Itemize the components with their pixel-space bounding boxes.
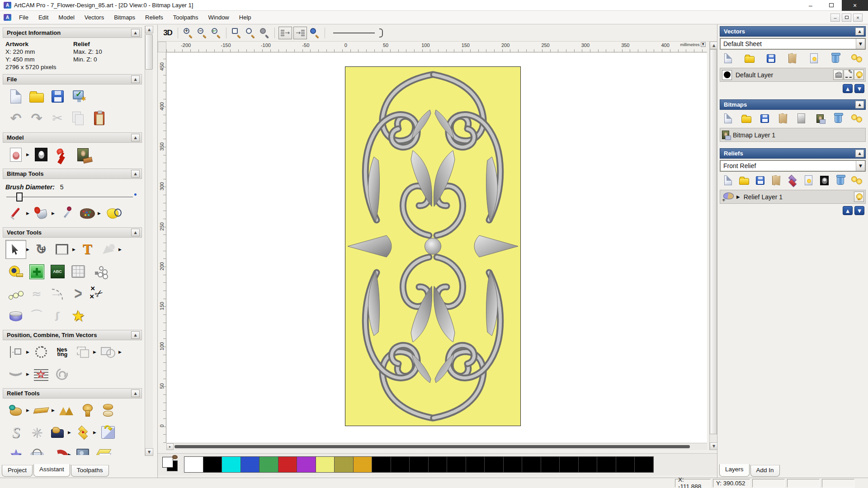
lock-layer-button[interactable] bbox=[833, 70, 843, 80]
greyscale-from-model-button[interactable] bbox=[31, 145, 52, 164]
vector-wizard-button[interactable]: ★ bbox=[68, 306, 89, 325]
combine-relief-button[interactable] bbox=[98, 401, 118, 420]
set-model-size-button[interactable] bbox=[5, 145, 26, 164]
scrollbar-thumb[interactable] bbox=[710, 49, 717, 434]
child-restore-button[interactable] bbox=[842, 14, 851, 22]
tab-project[interactable]: Project bbox=[2, 465, 33, 477]
colour-swatch[interactable] bbox=[297, 456, 316, 473]
colour-swatch[interactable] bbox=[278, 456, 297, 473]
new-vector-layer-button[interactable] bbox=[722, 52, 734, 64]
text-on-curve-button[interactable] bbox=[31, 343, 52, 361]
texture-relief-button[interactable]: ★ bbox=[5, 445, 26, 455]
load-texture-button[interactable] bbox=[72, 145, 93, 164]
greyscale-layer-button[interactable] bbox=[796, 113, 807, 124]
close-button[interactable]: × bbox=[842, 0, 868, 11]
toggle-all-visible-button[interactable] bbox=[802, 174, 814, 186]
bitmap-layer-row[interactable]: Bitmap Layer 1 bbox=[720, 128, 866, 142]
measure-button[interactable] bbox=[98, 240, 118, 259]
units-dropdown-button[interactable]: ▼ bbox=[701, 42, 706, 47]
open-bitmap-layer-button[interactable] bbox=[741, 113, 752, 124]
cut-button[interactable]: ✂ bbox=[47, 109, 68, 128]
create-polygon-button[interactable] bbox=[26, 262, 47, 281]
child-minimize-button[interactable]: – bbox=[830, 14, 840, 22]
scroll-up-arrow[interactable]: ▲ bbox=[145, 26, 153, 33]
vector-texture-button[interactable] bbox=[31, 365, 52, 384]
view-zoom-slider[interactable] bbox=[333, 27, 383, 39]
join-vectors-button[interactable]: ) bbox=[5, 365, 26, 384]
delete-vector-layer-button[interactable] bbox=[830, 52, 841, 64]
flyout-arrow-icon[interactable]: ▶ bbox=[118, 350, 123, 354]
node-editing-button[interactable] bbox=[5, 284, 26, 303]
bend-relief-button[interactable] bbox=[47, 445, 68, 455]
colour-palette-button[interactable] bbox=[77, 204, 98, 223]
tab-add-in[interactable]: Add In bbox=[750, 465, 780, 477]
primary-colour-swatch[interactable] bbox=[162, 457, 173, 468]
vector-library-button[interactable]: ABC bbox=[47, 262, 68, 281]
weld-vectors-button[interactable] bbox=[98, 343, 118, 361]
flyout-arrow-icon[interactable]: ▶ bbox=[26, 247, 31, 252]
redo-button[interactable]: ↷ bbox=[26, 109, 47, 128]
block-copy-button[interactable] bbox=[72, 343, 93, 361]
2d-view-canvas[interactable]: .d { fill:none; stroke:#6f6f6f; stroke-w… bbox=[166, 52, 707, 443]
relief-select[interactable]: Front Relief ▼ bbox=[720, 160, 866, 172]
primary-secondary-colour-widget[interactable] bbox=[161, 456, 180, 473]
flyout-arrow-icon[interactable]: ▶ bbox=[26, 408, 31, 413]
paste-button[interactable] bbox=[89, 109, 109, 128]
menu-help[interactable]: Help bbox=[234, 12, 256, 23]
brush-diameter-slider[interactable] bbox=[6, 192, 133, 202]
merge-vector-layers-button[interactable] bbox=[787, 52, 798, 64]
model-properties-button[interactable] bbox=[68, 87, 89, 106]
menu-window[interactable]: Window bbox=[203, 12, 234, 23]
all-layers-visible-button[interactable] bbox=[851, 113, 863, 124]
collapse-vectors-button[interactable]: ▲ bbox=[855, 28, 864, 35]
save-model-button[interactable] bbox=[47, 87, 68, 106]
two-rail-sweep-button[interactable] bbox=[5, 306, 26, 325]
align-vectors-button[interactable] bbox=[5, 343, 26, 361]
flyout-arrow-icon[interactable]: ▶ bbox=[93, 350, 98, 354]
create-rectangle-button[interactable] bbox=[52, 240, 72, 259]
collapse-project-info-button[interactable]: ▲ bbox=[131, 29, 140, 37]
colour-swatch[interactable] bbox=[353, 456, 373, 473]
relief-from-image-button[interactable] bbox=[47, 423, 68, 442]
canvas-horizontal-scrollbar[interactable]: ▸ bbox=[166, 443, 707, 450]
colour-swatch[interactable] bbox=[597, 456, 616, 473]
preview-relief-button[interactable] bbox=[308, 27, 321, 39]
menu-toolpaths[interactable]: Toolpaths bbox=[168, 12, 203, 23]
tab-toolpaths[interactable]: Toolpaths bbox=[71, 465, 109, 477]
scroll-down-arrow[interactable]: ▼ bbox=[145, 448, 153, 456]
colour-swatch[interactable] bbox=[466, 456, 485, 473]
flyout-arrow-icon[interactable]: ▶ bbox=[26, 372, 31, 376]
colour-swatch[interactable] bbox=[578, 456, 598, 473]
paint-button[interactable] bbox=[5, 204, 26, 223]
dropdown-arrow-icon[interactable]: ▼ bbox=[856, 39, 865, 49]
canvas-vertical-scrollbar[interactable]: ▲ ▼ bbox=[709, 42, 717, 450]
wrap-relief-button[interactable] bbox=[98, 423, 118, 442]
offset-relief-button[interactable] bbox=[26, 445, 47, 455]
minimize-button[interactable]: – bbox=[800, 0, 821, 11]
zoom-object-button[interactable] bbox=[258, 27, 271, 39]
scrollbar-thumb[interactable] bbox=[175, 445, 690, 448]
trim-vectors-button[interactable]: ✂ bbox=[89, 284, 109, 303]
all-layers-visible-button[interactable] bbox=[851, 52, 863, 64]
toggle-all-visible-button[interactable] bbox=[808, 52, 820, 64]
link-colours-button[interactable] bbox=[102, 204, 123, 223]
menu-file[interactable]: File bbox=[14, 12, 33, 23]
open-relief-layer-button[interactable] bbox=[738, 174, 750, 186]
colour-swatch[interactable] bbox=[316, 456, 335, 473]
flyout-arrow-icon[interactable]: ▶ bbox=[98, 211, 102, 216]
toggle-bitmap-visibility-button[interactable]: → bbox=[278, 27, 292, 39]
relief-layer-row[interactable]: ▶ Relief Layer 1 bbox=[720, 190, 866, 204]
flyout-arrow-icon[interactable]: ▶ bbox=[52, 211, 56, 216]
flower-design-artwork[interactable]: .d { fill:none; stroke:#6f6f6f; stroke-w… bbox=[345, 66, 521, 426]
fit-curve-button[interactable]: ⌒ bbox=[26, 306, 47, 325]
dropdown-arrow-icon[interactable]: ▼ bbox=[856, 161, 865, 171]
zoom-fit-button[interactable] bbox=[244, 27, 257, 39]
tape-measure-button[interactable] bbox=[5, 262, 26, 281]
paste-along-curve-button[interactable] bbox=[89, 262, 109, 281]
flyout-arrow-icon[interactable]: ▶ bbox=[26, 211, 31, 216]
colour-swatch[interactable] bbox=[241, 456, 260, 473]
scrollbar-thumb[interactable] bbox=[145, 34, 153, 70]
vector-layer-row[interactable]: Default Layer bbox=[720, 68, 866, 82]
collapse-bitmap-tools-button[interactable]: ▲ bbox=[131, 170, 140, 178]
colour-swatch[interactable] bbox=[616, 456, 635, 473]
